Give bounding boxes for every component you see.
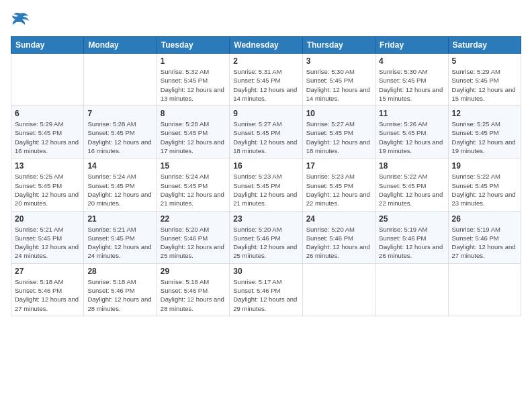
day-number: 26 (452, 214, 517, 224)
calendar-cell: 7Sunrise: 5:28 AMSunset: 5:45 PMDaylight… (84, 106, 157, 158)
day-info: Sunrise: 5:29 AMSunset: 5:45 PMDaylight:… (15, 120, 80, 155)
day-number: 14 (87, 161, 152, 171)
calendar-cell: 14Sunrise: 5:24 AMSunset: 5:45 PMDayligh… (84, 158, 157, 211)
day-number: 21 (87, 214, 152, 224)
day-number: 4 (379, 56, 444, 66)
calendar-cell: 24Sunrise: 5:20 AMSunset: 5:46 PMDayligh… (302, 211, 375, 263)
day-number: 27 (15, 267, 80, 276)
calendar-cell: 23Sunrise: 5:20 AMSunset: 5:46 PMDayligh… (230, 211, 302, 263)
calendar-cell: 4Sunrise: 5:30 AMSunset: 5:45 PMDaylight… (375, 54, 448, 106)
day-info: Sunrise: 5:19 AMSunset: 5:46 PMDaylight:… (452, 225, 517, 261)
day-info: Sunrise: 5:27 AMSunset: 5:45 PMDaylight:… (306, 120, 371, 155)
calendar-cell: 1Sunrise: 5:32 AMSunset: 5:45 PMDaylight… (157, 54, 229, 106)
weekday-header-friday: Friday (375, 37, 448, 54)
header-area (11, 11, 521, 30)
day-number: 7 (87, 109, 152, 118)
day-number: 24 (306, 214, 371, 224)
day-number: 5 (452, 56, 517, 66)
calendar-cell: 8Sunrise: 5:28 AMSunset: 5:45 PMDaylight… (157, 106, 229, 158)
day-number: 2 (233, 56, 298, 66)
day-number: 1 (161, 56, 226, 66)
weekday-header-wednesday: Wednesday (230, 37, 302, 54)
weekday-header-saturday: Saturday (448, 37, 521, 54)
day-number: 18 (379, 161, 444, 171)
calendar-cell: 25Sunrise: 5:19 AMSunset: 5:46 PMDayligh… (375, 211, 448, 263)
calendar-cell: 5Sunrise: 5:29 AMSunset: 5:45 PMDaylight… (448, 54, 521, 106)
day-info: Sunrise: 5:25 AMSunset: 5:45 PMDaylight:… (452, 120, 517, 155)
logo-icon (11, 11, 30, 30)
day-info: Sunrise: 5:18 AMSunset: 5:46 PMDaylight:… (87, 277, 152, 313)
day-number: 13 (15, 161, 80, 171)
day-info: Sunrise: 5:22 AMSunset: 5:45 PMDaylight:… (452, 172, 517, 208)
calendar-cell: 30Sunrise: 5:17 AMSunset: 5:46 PMDayligh… (230, 263, 302, 316)
day-info: Sunrise: 5:21 AMSunset: 5:45 PMDaylight:… (87, 225, 152, 261)
day-number: 22 (161, 214, 226, 224)
calendar-cell: 12Sunrise: 5:25 AMSunset: 5:45 PMDayligh… (448, 106, 521, 158)
day-number: 25 (379, 214, 444, 224)
calendar-cell: 21Sunrise: 5:21 AMSunset: 5:45 PMDayligh… (84, 211, 157, 263)
day-number: 29 (161, 267, 226, 276)
day-info: Sunrise: 5:30 AMSunset: 5:45 PMDaylight:… (379, 67, 444, 103)
day-number: 10 (306, 109, 371, 118)
calendar-cell: 29Sunrise: 5:18 AMSunset: 5:46 PMDayligh… (157, 263, 229, 316)
calendar-cell: 19Sunrise: 5:22 AMSunset: 5:45 PMDayligh… (448, 158, 521, 211)
calendar-cell (302, 263, 375, 316)
day-number: 17 (306, 161, 371, 171)
day-number: 23 (233, 214, 298, 224)
weekday-header-monday: Monday (84, 37, 157, 54)
calendar-cell: 3Sunrise: 5:30 AMSunset: 5:45 PMDaylight… (302, 54, 375, 106)
day-number: 20 (15, 214, 80, 224)
day-info: Sunrise: 5:24 AMSunset: 5:45 PMDaylight:… (161, 172, 226, 208)
calendar-cell: 9Sunrise: 5:27 AMSunset: 5:45 PMDaylight… (230, 106, 302, 158)
calendar-cell: 20Sunrise: 5:21 AMSunset: 5:45 PMDayligh… (11, 211, 84, 263)
calendar-week-row: 6Sunrise: 5:29 AMSunset: 5:45 PMDaylight… (11, 106, 521, 158)
weekday-header-thursday: Thursday (302, 37, 375, 54)
day-number: 11 (379, 109, 444, 118)
day-info: Sunrise: 5:23 AMSunset: 5:45 PMDaylight:… (306, 172, 371, 208)
calendar-week-row: 20Sunrise: 5:21 AMSunset: 5:45 PMDayligh… (11, 211, 521, 263)
calendar-cell: 10Sunrise: 5:27 AMSunset: 5:45 PMDayligh… (302, 106, 375, 158)
day-number: 9 (233, 109, 298, 118)
calendar-cell: 22Sunrise: 5:20 AMSunset: 5:46 PMDayligh… (157, 211, 229, 263)
day-info: Sunrise: 5:18 AMSunset: 5:46 PMDaylight:… (161, 277, 226, 313)
calendar-week-row: 13Sunrise: 5:25 AMSunset: 5:45 PMDayligh… (11, 158, 521, 211)
day-info: Sunrise: 5:22 AMSunset: 5:45 PMDaylight:… (379, 172, 444, 208)
day-number: 15 (161, 161, 226, 171)
day-number: 6 (15, 109, 80, 118)
day-number: 16 (233, 161, 298, 171)
logo (11, 11, 32, 30)
calendar-week-row: 1Sunrise: 5:32 AMSunset: 5:45 PMDaylight… (11, 54, 521, 106)
calendar-cell: 26Sunrise: 5:19 AMSunset: 5:46 PMDayligh… (448, 211, 521, 263)
day-info: Sunrise: 5:20 AMSunset: 5:46 PMDaylight:… (306, 225, 371, 261)
day-number: 12 (452, 109, 517, 118)
day-number: 3 (306, 56, 371, 66)
calendar-cell: 2Sunrise: 5:31 AMSunset: 5:45 PMDaylight… (230, 54, 302, 106)
calendar-cell: 17Sunrise: 5:23 AMSunset: 5:45 PMDayligh… (302, 158, 375, 211)
calendar-cell (84, 54, 157, 106)
calendar-cell (11, 54, 84, 106)
day-info: Sunrise: 5:21 AMSunset: 5:45 PMDaylight:… (15, 225, 80, 261)
calendar-week-row: 27Sunrise: 5:18 AMSunset: 5:46 PMDayligh… (11, 263, 521, 316)
day-info: Sunrise: 5:25 AMSunset: 5:45 PMDaylight:… (15, 172, 80, 208)
day-info: Sunrise: 5:30 AMSunset: 5:45 PMDaylight:… (306, 67, 371, 103)
day-info: Sunrise: 5:31 AMSunset: 5:45 PMDaylight:… (233, 67, 298, 103)
day-info: Sunrise: 5:17 AMSunset: 5:46 PMDaylight:… (233, 277, 298, 313)
calendar-cell: 28Sunrise: 5:18 AMSunset: 5:46 PMDayligh… (84, 263, 157, 316)
weekday-header-tuesday: Tuesday (157, 37, 229, 54)
day-info: Sunrise: 5:28 AMSunset: 5:45 PMDaylight:… (161, 120, 226, 155)
calendar-cell: 6Sunrise: 5:29 AMSunset: 5:45 PMDaylight… (11, 106, 84, 158)
calendar-cell: 11Sunrise: 5:26 AMSunset: 5:45 PMDayligh… (375, 106, 448, 158)
weekday-header-sunday: Sunday (11, 37, 84, 54)
calendar-cell (448, 263, 521, 316)
calendar-cell: 27Sunrise: 5:18 AMSunset: 5:46 PMDayligh… (11, 263, 84, 316)
day-info: Sunrise: 5:32 AMSunset: 5:45 PMDaylight:… (161, 67, 226, 103)
day-info: Sunrise: 5:23 AMSunset: 5:45 PMDaylight:… (233, 172, 298, 208)
day-number: 30 (233, 267, 298, 276)
day-number: 28 (87, 267, 152, 276)
calendar-cell: 18Sunrise: 5:22 AMSunset: 5:45 PMDayligh… (375, 158, 448, 211)
calendar-cell: 13Sunrise: 5:25 AMSunset: 5:45 PMDayligh… (11, 158, 84, 211)
day-info: Sunrise: 5:20 AMSunset: 5:46 PMDaylight:… (161, 225, 226, 261)
day-info: Sunrise: 5:28 AMSunset: 5:45 PMDaylight:… (87, 120, 152, 155)
day-info: Sunrise: 5:29 AMSunset: 5:45 PMDaylight:… (452, 67, 517, 103)
calendar-cell: 16Sunrise: 5:23 AMSunset: 5:45 PMDayligh… (230, 158, 302, 211)
